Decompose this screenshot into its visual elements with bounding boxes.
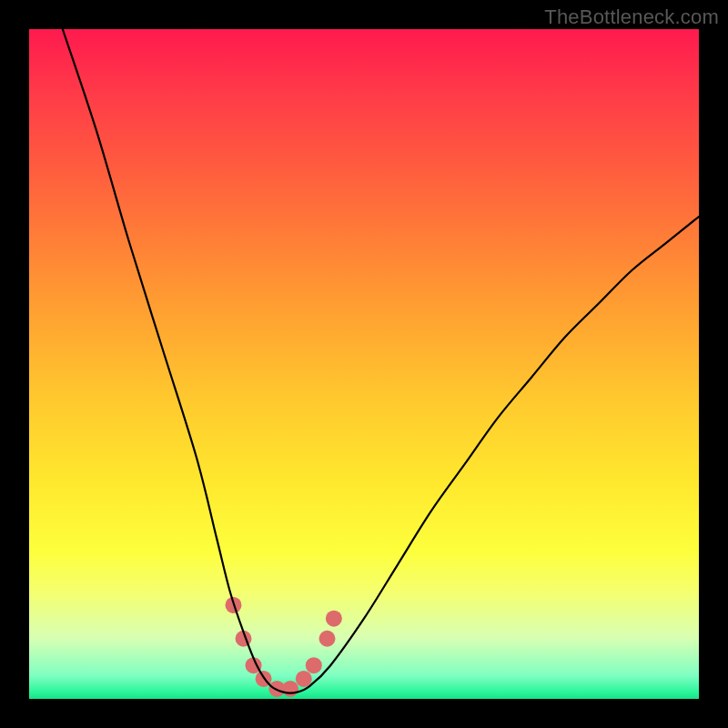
highlight-marker bbox=[306, 657, 322, 673]
chart-plot-area bbox=[29, 29, 699, 699]
marker-group bbox=[225, 597, 341, 697]
highlight-marker bbox=[282, 681, 298, 697]
highlight-marker bbox=[296, 671, 312, 687]
chart-svg bbox=[29, 29, 699, 699]
highlight-marker bbox=[326, 611, 342, 627]
highlight-marker bbox=[319, 631, 336, 647]
bottleneck-curve-path bbox=[63, 29, 699, 693]
watermark-text: TheBottleneck.com bbox=[544, 5, 719, 29]
chart-frame: TheBottleneck.com bbox=[0, 0, 728, 728]
